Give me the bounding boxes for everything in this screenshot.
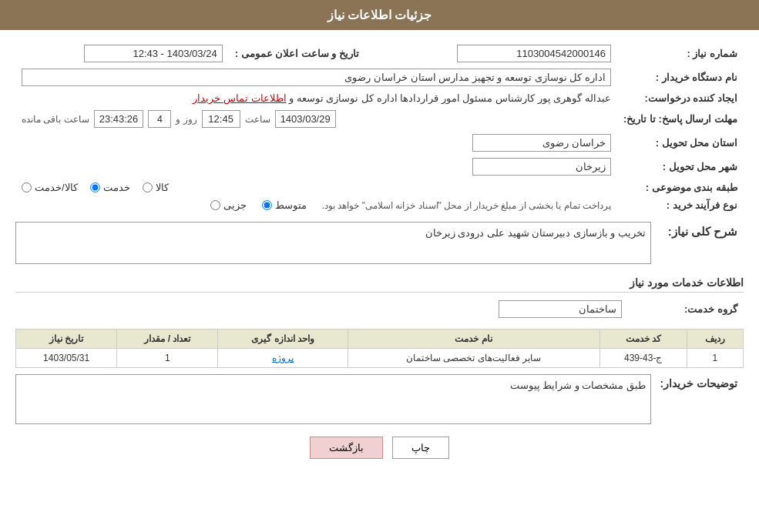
table-row: 1 ج-43-439 سایر فعالیت‌های تخصصی ساختمان… <box>16 349 744 368</box>
city-label: شهر محل تحویل : <box>617 155 744 179</box>
back-button[interactable]: بازگشت <box>310 437 383 459</box>
deadline-date: 1403/03/29 <box>275 110 336 128</box>
info-table-top: شماره نیاز : 1103004542000146 تاریخ و سا… <box>15 42 744 214</box>
province-label: استان محل تحویل : <box>617 131 744 155</box>
purchase-type-row: جزیی متوسط پرداخت تمام یا بخشی از مبلغ خ… <box>15 196 617 214</box>
col-name: نام خدمت <box>348 330 599 349</box>
need-desc-value: تخریب و بازسازی دبیرستان شهید علی درودی … <box>425 227 646 239</box>
deadline-row: 1403/03/29 ساعت 12:45 روز و 4 23:43:26 س… <box>15 107 617 131</box>
category-kala-khedmat-label: کالا/خدمت <box>35 182 78 193</box>
category-options: کالا خدمت کالا/خدمت <box>15 179 617 196</box>
buyer-desc-box: طبق مشخصات و شرایط پیوست <box>15 374 651 424</box>
category-khedmat-radio[interactable] <box>90 182 100 192</box>
purchase-type-note: پرداخت تمام یا بخشی از مبلغ خریدار از مح… <box>322 200 611 211</box>
need-desc-box: تخریب و بازسازی دبیرستان شهید علی درودی … <box>15 222 651 264</box>
purchase-motavasset-option[interactable]: متوسط <box>262 199 307 211</box>
deadline-label: مهلت ارسال پاسخ: تا تاریخ: <box>617 107 744 131</box>
buyer-org-value: اداره کل نوسازی توسعه و تجهیز مدارس استا… <box>15 65 617 89</box>
deadline-remaining: 23:43:26 <box>94 110 144 128</box>
purchase-jozi-option[interactable]: جزیی <box>210 199 247 211</box>
row-unit[interactable]: پروژه <box>218 349 348 368</box>
services-section-title: اطلاعات خدمات مورد نیاز <box>15 273 744 293</box>
remaining-label: ساعت باقی مانده <box>22 114 89 125</box>
purchase-motavasset-radio[interactable] <box>262 200 272 210</box>
purchase-motavasset-label: متوسط <box>275 199 307 211</box>
creator-text: عبداله گوهری پور کارشناس مسئول امور قرار… <box>287 92 611 104</box>
category-kala-khedmat-option[interactable]: کالا/خدمت <box>22 182 78 193</box>
col-unit: واحد اندازه گیری <box>218 330 348 349</box>
creator-value: عبداله گوهری پور کارشناس مسئول امور قرار… <box>15 89 617 107</box>
days-label: روز و <box>176 114 196 125</box>
buyer-desc-section: توضیحات خریدار: طبق مشخصات و شرایط پیوست <box>15 374 744 424</box>
page-header: جزئیات اطلاعات نیاز <box>0 0 759 30</box>
col-row: ردیف <box>687 330 743 349</box>
announce-date-label: تاریخ و ساعت اعلان عمومی : <box>229 42 382 65</box>
row-qty: 1 <box>117 349 218 368</box>
button-bar: چاپ بازگشت <box>15 437 744 459</box>
city-value: زیرخان <box>15 155 617 179</box>
col-date: تاریخ نیاز <box>16 330 117 349</box>
row-code: ج-43-439 <box>599 349 687 368</box>
page-title: جزئیات اطلاعات نیاز <box>327 8 432 22</box>
deadline-days: 4 <box>148 110 171 128</box>
row-date: 1403/05/31 <box>16 349 117 368</box>
row-name: سایر فعالیت‌های تخصصی ساختمان <box>348 349 599 368</box>
service-group-input: ساختمان <box>499 300 622 318</box>
services-table: ردیف کد خدمت نام خدمت واحد اندازه گیری ت… <box>15 329 744 368</box>
buyer-org-input: اداره کل نوسازی توسعه و تجهیز مدارس استا… <box>22 69 611 86</box>
category-khedmat-option[interactable]: خدمت <box>90 182 130 193</box>
page-wrapper: جزئیات اطلاعات نیاز شماره نیاز : 1103004… <box>0 0 759 532</box>
category-kala-radio[interactable] <box>143 182 153 192</box>
category-kala-option[interactable]: کالا <box>143 182 169 193</box>
purchase-jozi-label: جزیی <box>223 199 247 211</box>
main-content: شماره نیاز : 1103004542000146 تاریخ و سا… <box>0 30 759 483</box>
need-desc-label: شرح کلی نیاز: <box>651 222 744 239</box>
col-code: کد خدمت <box>599 330 687 349</box>
category-kala-khedmat-radio[interactable] <box>22 182 32 192</box>
purchase-type-label: نوع فرآیند خرید : <box>617 196 744 214</box>
category-label: طبقه بندی موضوعی : <box>617 179 744 196</box>
service-group-label: گروه خدمت: <box>628 297 744 321</box>
time-label: ساعت <box>245 114 270 125</box>
announce-date-input: 1403/03/24 - 12:43 <box>84 45 223 62</box>
service-group-value: ساختمان <box>15 297 628 321</box>
creator-link[interactable]: اطلاعات تماس خریدار <box>193 92 286 104</box>
print-button[interactable]: چاپ <box>392 437 449 459</box>
need-number-input: 1103004542000146 <box>457 45 611 62</box>
service-group-table: گروه خدمت: ساختمان <box>15 297 744 321</box>
announce-date-value: 1403/03/24 - 12:43 <box>15 42 229 65</box>
need-number-value: 1103004542000146 <box>382 42 617 65</box>
need-desc-section: شرح کلی نیاز: تخریب و بازسازی دبیرستان ش… <box>15 222 744 264</box>
city-input: زیرخان <box>472 158 611 176</box>
creator-label: ایجاد کننده درخواست: <box>617 89 744 107</box>
buyer-desc-label: توضیحات خریدار: <box>651 374 744 390</box>
need-number-label: شماره نیاز : <box>617 42 744 65</box>
category-kala-label: کالا <box>156 182 169 193</box>
category-khedmat-label: خدمت <box>103 182 130 193</box>
deadline-time: 12:45 <box>202 110 240 128</box>
col-qty: تعداد / مقدار <box>117 330 218 349</box>
purchase-jozi-radio[interactable] <box>210 200 220 210</box>
province-input: خراسان رضوی <box>472 134 611 152</box>
province-value: خراسان رضوی <box>15 131 617 155</box>
row-num: 1 <box>687 349 743 368</box>
buyer-org-label: نام دستگاه خریدار : <box>617 65 744 89</box>
buyer-desc-value: طبق مشخصات و شرایط پیوست <box>510 380 646 391</box>
